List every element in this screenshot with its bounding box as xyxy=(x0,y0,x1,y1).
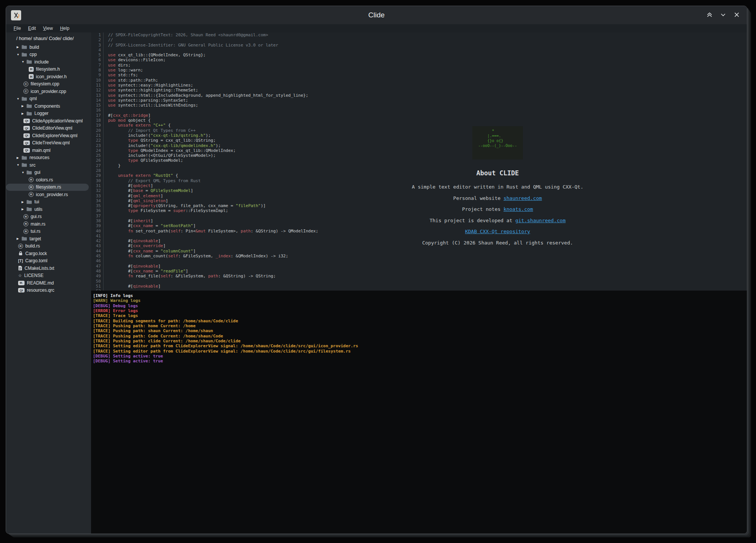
tree-item[interactable]: QtClideApplicationView.qml xyxy=(6,117,89,125)
tree-item[interactable]: Rcolors.rs xyxy=(6,176,89,184)
chevron-collapsed-icon[interactable]: ▶ xyxy=(17,156,22,159)
line-number: 14 xyxy=(91,98,101,103)
line-number: 39 xyxy=(91,223,101,228)
about-line: This project is developed at git.shaunre… xyxy=(384,215,611,226)
chevron-collapsed-icon[interactable]: ▶ xyxy=(17,45,22,49)
tree-item[interactable]: ▶utils xyxy=(6,206,89,213)
chevron-expanded-icon[interactable]: ▼ xyxy=(17,97,22,101)
tree-item[interactable]: CMakeLists.txt xyxy=(6,265,89,272)
code-editor[interactable]: 1// SPDX-FileCopyrightText: 2026, Shaun … xyxy=(91,32,747,291)
chevron-expanded-icon[interactable]: ▼ xyxy=(17,163,22,167)
tree-item[interactable]: [T]Cargo.toml xyxy=(6,257,89,265)
line-number: 45 xyxy=(91,254,101,258)
chevron-collapsed-icon[interactable]: ▶ xyxy=(17,237,22,240)
about-panel: * |.===. {}o o{} --ooO--(_)--Ooo-- About… xyxy=(384,126,611,248)
tree-item[interactable]: Cfilesystem.cpp xyxy=(6,80,89,88)
chevron-expanded-icon[interactable]: ▼ xyxy=(22,171,26,174)
code-line: 49 fn read_file(self: &FileSystem, path:… xyxy=(91,274,747,278)
log-panel[interactable]: [INFO] Info logs[WARN] Warning logs[DEBU… xyxy=(91,291,747,534)
tree-item-label: icon_provider.cpp xyxy=(31,89,66,94)
tree-item[interactable]: ☆LICENSE xyxy=(6,272,89,280)
tree-item-label: build xyxy=(29,45,39,50)
code-line: 13use syntect::html::{IncludeBackground,… xyxy=(91,93,747,98)
chevron-expanded-icon[interactable]: ▼ xyxy=(22,60,26,63)
about-link[interactable]: git.shaunreed.com xyxy=(515,218,566,223)
tree-item[interactable]: ▼gui xyxy=(6,169,89,176)
tree-item[interactable]: QtClideTreeView.qml xyxy=(6,139,89,147)
line-number: 30 xyxy=(91,178,101,183)
tree-item-label: icon_provider.h xyxy=(36,74,66,79)
code-line: 16 xyxy=(91,108,747,113)
tree-item[interactable]: ▼qml xyxy=(6,95,89,103)
code-line: 11use syntect::easy::HighlightLines; xyxy=(91,83,747,88)
tree-item[interactable]: Cicon_provider.cpp xyxy=(6,88,89,95)
tree-item[interactable]: ▶resources xyxy=(6,154,89,162)
tree-item[interactable]: Hfilesystem.h xyxy=(6,66,89,73)
tree-item[interactable]: ▶Logger xyxy=(6,110,89,118)
tree-item[interactable]: Cargo.lock xyxy=(6,250,89,257)
shade-button[interactable] xyxy=(705,11,714,20)
about-text: Copyright (C) 2026 Shaun Reed, all right… xyxy=(422,240,573,246)
chevron-collapsed-icon[interactable]: ▶ xyxy=(22,112,26,115)
rust-file-icon: R xyxy=(23,221,28,226)
tree-item[interactable]: Rgui.rs xyxy=(6,213,89,221)
chevron-expanded-icon[interactable]: ▼ xyxy=(17,53,22,56)
menu-file[interactable]: File xyxy=(11,25,23,31)
titlebar[interactable]: Clide xyxy=(6,6,747,24)
line-number: 21 xyxy=(91,133,101,138)
file-explorer[interactable]: / home/ shaun/ Code/ clide/ ▶build▼cpp▼i… xyxy=(6,32,91,534)
tree-item[interactable]: Ricon_provider.rs xyxy=(6,191,89,198)
tree-item-label: CMakeLists.txt xyxy=(25,266,54,271)
menu-edit[interactable]: Edit xyxy=(26,25,38,31)
tree-item[interactable]: Rtui.rs xyxy=(6,228,89,235)
about-line: Copyright (C) 2026 Shaun Reed, all right… xyxy=(384,237,611,249)
code-text: #[qinvokable] xyxy=(108,264,161,269)
code-text: include!(<QtGui/QFileSystemModel>); xyxy=(108,153,216,158)
tree-item[interactable]: ▶tui xyxy=(6,198,89,206)
line-number: 29 xyxy=(91,173,101,178)
tree-item[interactable]: ▼cpp xyxy=(6,51,89,59)
main-column: 1// SPDX-FileCopyrightText: 2026, Shaun … xyxy=(91,32,747,534)
menubar: File Edit View Help xyxy=(6,24,747,32)
line-number: 20 xyxy=(91,128,101,133)
folder-icon xyxy=(22,162,27,167)
about-link[interactable]: KDAB CXX-Qt repository xyxy=(465,229,530,234)
menu-view[interactable]: View xyxy=(41,25,55,31)
tree-item[interactable]: Rmain.rs xyxy=(6,220,89,228)
folder-icon xyxy=(26,200,32,204)
tree-item[interactable]: M↓README.md xyxy=(6,279,89,287)
about-link[interactable]: knoats.com xyxy=(504,206,533,212)
tree-item[interactable]: ▶build xyxy=(6,43,89,51)
code-line: 45 fn column_count(self: &FileSystem, _i… xyxy=(91,254,747,258)
tree-item[interactable]: QtClideEditorView.qml xyxy=(6,125,89,132)
chevron-collapsed-icon[interactable]: ▶ xyxy=(22,104,26,108)
tree-item[interactable]: ▼src xyxy=(6,161,89,169)
line-number: 5 xyxy=(91,53,101,57)
tree-item[interactable]: ▶target xyxy=(6,235,89,243)
chevron-collapsed-icon[interactable]: ▶ xyxy=(22,200,26,204)
about-link[interactable]: shaunreed.com xyxy=(504,195,542,201)
text-file-icon xyxy=(18,266,22,271)
tree-item[interactable]: ▼include xyxy=(6,58,89,66)
folder-icon xyxy=(22,52,27,57)
menu-help[interactable]: Help xyxy=(58,25,72,31)
tree-item[interactable]: Hicon_provider.h xyxy=(6,73,89,80)
folder-icon xyxy=(26,207,32,212)
close-button[interactable] xyxy=(733,11,741,20)
tree-item[interactable]: Rfilesystem.rs xyxy=(6,184,89,191)
tree-item-label: ClideExplorerView.qml xyxy=(32,133,77,138)
tree-item-label: gui.rs xyxy=(31,214,42,219)
code-text: type QModelIndex = cxx_qt_lib::QModelInd… xyxy=(108,148,236,153)
tree-item[interactable]: Qtresources.qrc xyxy=(6,287,89,294)
code-line: 5use cxx_qt_lib::{QModelIndex, QString}; xyxy=(91,53,747,57)
log-line-trace: [TRACE] Pushing path: Code Current: /hom… xyxy=(93,334,747,339)
tree-item[interactable]: ▶Components xyxy=(6,102,89,110)
line-number: 1 xyxy=(91,32,101,37)
tree-item[interactable]: QtClideExplorerView.qml xyxy=(6,132,89,139)
tree-item[interactable]: Qtmain.qml xyxy=(6,147,89,154)
tree-item[interactable]: Rbuild.rs xyxy=(6,243,89,250)
folder-icon xyxy=(22,96,27,101)
gutter-separator xyxy=(103,32,104,291)
minimize-button[interactable] xyxy=(719,11,727,20)
chevron-collapsed-icon[interactable]: ▶ xyxy=(22,207,26,211)
